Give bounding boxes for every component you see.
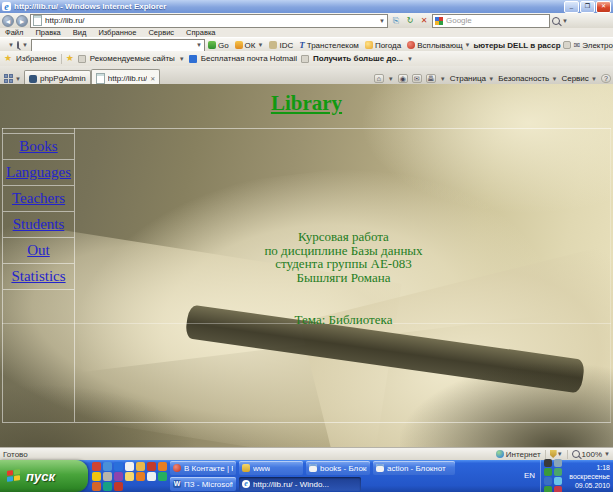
nav-link-students[interactable]: Students (13, 216, 65, 233)
quicklaunch-icon[interactable] (114, 462, 123, 471)
close-button[interactable]: ✕ (596, 1, 611, 13)
weather-button[interactable]: Погода (365, 41, 401, 50)
tray-icon[interactable] (554, 486, 562, 492)
feeds-icon[interactable]: ◉ (398, 74, 408, 83)
protected-mode-dropdown-icon[interactable]: ▼ (557, 451, 563, 457)
tray-icon[interactable] (544, 486, 552, 492)
read-mail-icon[interactable]: ✉ (412, 74, 422, 83)
print-icon[interactable]: 🖶 (426, 74, 436, 83)
suggested-sites-dropdown-icon[interactable]: ▼ (179, 56, 185, 62)
maximize-button[interactable]: ❐ (580, 1, 595, 13)
bookmark-dropdown-icon[interactable]: ▼ (8, 42, 14, 48)
address-dropdown-icon[interactable]: ▼ (379, 18, 385, 24)
toolbar-search-input[interactable]: ▼ (31, 39, 205, 52)
nav-link-statistics[interactable]: Statistics (11, 268, 65, 285)
quicklaunch-icon[interactable] (136, 472, 145, 481)
minimize-button[interactable]: _ (564, 1, 579, 13)
toolbar-search-icon[interactable] (17, 41, 19, 49)
search-options-dropdown-icon[interactable]: ▼ (562, 18, 568, 24)
toolbar-search-dropdown-icon[interactable]: ▼ (22, 42, 28, 48)
task-button-www-folder[interactable]: www (239, 461, 303, 475)
tray-icon[interactable] (544, 468, 552, 476)
get-more-addons-link[interactable]: Получить больше до... (313, 54, 403, 63)
tray-icon[interactable] (554, 468, 562, 476)
tab-list-dropdown-icon[interactable]: ▼ (15, 76, 21, 82)
zoom-dropdown-icon[interactable]: ▼ (604, 451, 610, 457)
start-button[interactable]: пуск (0, 460, 88, 492)
tray-icon[interactable] (554, 459, 562, 467)
task-button-ie-active[interactable]: e http://lib.ru/ - Windo... (239, 477, 361, 491)
task-button-word[interactable]: W ПЗ - Microsoft Word (170, 477, 236, 491)
address-url[interactable]: http://lib.ru/ (45, 16, 376, 25)
quicklaunch-icon[interactable] (125, 472, 134, 481)
safety-menu-button[interactable]: Безопасность ▼ (498, 74, 557, 83)
menu-help[interactable]: Справка (186, 28, 215, 37)
nav-link-books[interactable]: Books (19, 138, 57, 155)
back-button[interactable]: ◄ (2, 15, 14, 27)
tray-icon[interactable] (544, 477, 552, 485)
add-favorite-icon[interactable]: ★ (66, 54, 74, 63)
home-dropdown-icon[interactable]: ▼ (388, 76, 394, 82)
ok-button[interactable]: ОК▼ (235, 41, 264, 50)
nav-link-teachers[interactable]: Teachers (12, 190, 65, 207)
quicklaunch-icon[interactable] (158, 462, 167, 471)
google-search-placeholder[interactable]: Google (446, 16, 472, 25)
nav-link-out[interactable]: Out (27, 242, 50, 259)
page-menu-button[interactable]: Страница ▼ (450, 74, 494, 83)
tab-close-icon[interactable]: ✕ (150, 75, 155, 82)
quicklaunch-icon[interactable] (92, 482, 101, 491)
idc-button[interactable]: IDC (269, 41, 293, 50)
zoom-level[interactable]: 100% (582, 450, 602, 459)
transtelecom-button[interactable]: T Транстелеком (299, 40, 359, 50)
quicklaunch-icon[interactable] (92, 472, 101, 481)
popup-blocker-button[interactable]: Всплывающ▼ (407, 41, 470, 50)
page-reload-icon[interactable]: ⎘ (390, 15, 402, 27)
protected-mode-icon[interactable] (550, 450, 557, 458)
news-ticker[interactable]: ьютеры DELL в расср (473, 41, 570, 50)
hotmail-link[interactable]: Бесплатная почта Hotmail (201, 54, 297, 63)
menu-bar: Файл Правка Вид Избранное Сервис Справка (0, 28, 613, 37)
go-button[interactable]: Go (208, 41, 229, 50)
refresh-icon[interactable]: ↻ (404, 15, 416, 27)
quick-tabs-icon[interactable] (4, 74, 13, 83)
quicklaunch-icon[interactable] (92, 462, 101, 471)
task-button-books-notepad[interactable]: books - Блокнот (306, 461, 370, 475)
quicklaunch-icon[interactable] (114, 472, 123, 481)
quicklaunch-icon[interactable] (136, 462, 145, 471)
menu-edit[interactable]: Правка (35, 28, 60, 37)
forward-button[interactable]: ► (16, 15, 28, 27)
nav-link-languages[interactable]: Languages (6, 164, 71, 181)
language-indicator[interactable]: EN (524, 471, 535, 480)
zoom-magnifier-icon[interactable] (572, 450, 580, 458)
quicklaunch-icon[interactable] (114, 482, 123, 491)
stop-icon[interactable]: ✕ (418, 15, 430, 27)
google-search-box[interactable]: Google (432, 14, 550, 28)
menu-file[interactable]: Файл (5, 28, 23, 37)
favorites-button[interactable]: Избранное (16, 54, 57, 63)
quicklaunch-icon[interactable] (103, 482, 112, 491)
quicklaunch-icon[interactable] (125, 462, 134, 471)
menu-favorites[interactable]: Избранное (98, 28, 136, 37)
quicklaunch-icon[interactable] (103, 462, 112, 471)
quicklaunch-icon[interactable] (147, 472, 156, 481)
tray-icon[interactable] (544, 459, 552, 467)
home-icon[interactable]: ⌂ (374, 74, 384, 83)
email-button[interactable]: ✉ Электронная почта▼ (574, 41, 613, 50)
quicklaunch-icon[interactable] (158, 472, 167, 481)
tray-icon[interactable] (554, 477, 562, 485)
quicklaunch-icon[interactable] (103, 472, 112, 481)
print-dropdown-icon[interactable]: ▼ (440, 76, 446, 82)
tray-clock[interactable]: 1:18 воскресенье 09.05.2010 (569, 460, 613, 492)
menu-view[interactable]: Вид (73, 28, 87, 37)
quicklaunch-icon[interactable] (147, 462, 156, 471)
task-button-action-notepad[interactable]: action - Блокнот (373, 461, 455, 475)
tools-menu-button[interactable]: Сервис ▼ (561, 74, 597, 83)
get-more-dropdown-icon[interactable]: ▼ (407, 56, 413, 62)
combo-dropdown-icon[interactable]: ▼ (196, 42, 202, 48)
help-icon[interactable]: ? (601, 74, 611, 83)
address-bar[interactable]: http://lib.ru/ ▼ (30, 14, 388, 28)
suggested-sites-link[interactable]: Рекомендуемые сайты (90, 54, 175, 63)
menu-tools[interactable]: Сервис (148, 28, 174, 37)
task-button-vkontakte[interactable]: В Контакте | Роман... (170, 461, 236, 475)
search-magnifier-icon[interactable] (552, 17, 560, 25)
